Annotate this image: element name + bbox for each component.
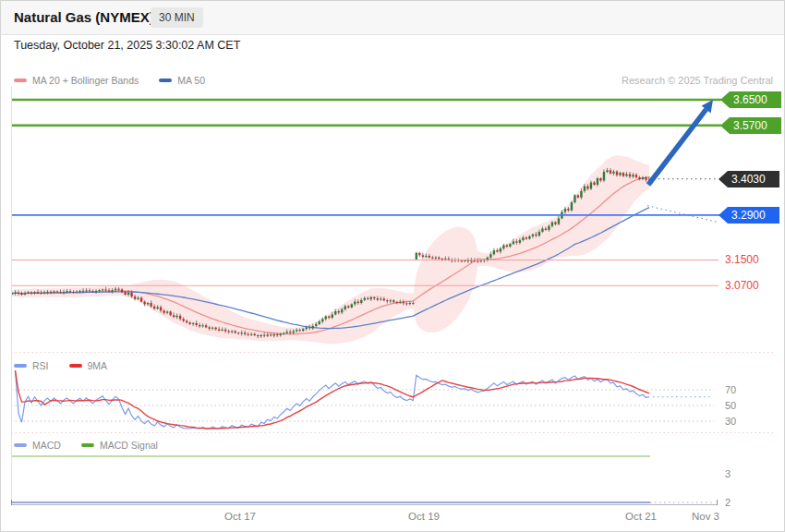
x-label-oct21: Oct 21 bbox=[625, 511, 657, 522]
rsi-level-30: 30 bbox=[725, 416, 736, 427]
support-level-1: 3.1500 bbox=[725, 253, 759, 266]
support-level-2: 3.0700 bbox=[725, 279, 759, 292]
macd-level-2: 2 bbox=[725, 497, 731, 508]
price-chart-canvas bbox=[1, 1, 784, 531]
last-price-tag: 3.4030 bbox=[719, 171, 779, 187]
pivot-tag: 3.2900 bbox=[719, 207, 779, 224]
macd-level-3: 3 bbox=[725, 468, 731, 479]
rsi-level-70: 70 bbox=[725, 384, 736, 395]
x-label-oct17: Oct 17 bbox=[224, 511, 256, 522]
resistance-tag-1: 3.6500 bbox=[720, 91, 781, 108]
x-label-oct19: Oct 19 bbox=[408, 511, 440, 522]
x-label-nov3: Nov 3 bbox=[692, 511, 719, 522]
rsi-level-50: 50 bbox=[725, 400, 736, 411]
chart-widget: Natural Gas (NYMEX) 30 MIN Tuesday, Octo… bbox=[0, 0, 785, 532]
resistance-tag-2: 3.5700 bbox=[720, 117, 781, 134]
